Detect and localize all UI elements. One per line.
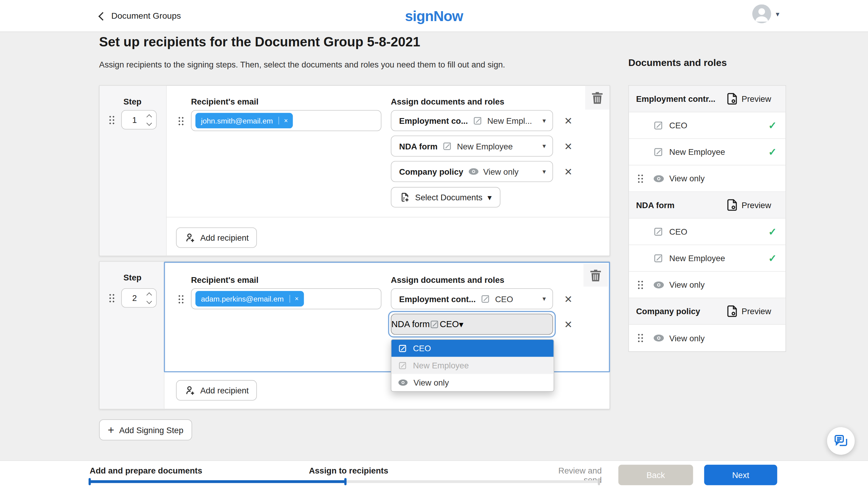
- document-name: Employment co...: [399, 116, 468, 125]
- edit-role-icon: [398, 361, 407, 370]
- view-only-icon: [653, 334, 664, 342]
- add-recipient-label: Add recipient: [200, 233, 248, 242]
- chevron-up-icon: [146, 114, 152, 119]
- plus-icon: +: [108, 424, 114, 436]
- dropdown-option-view-only[interactable]: View only: [391, 374, 554, 391]
- doc-role-select[interactable]: NDA form New Employee ▾: [391, 136, 553, 157]
- avatar[interactable]: [753, 4, 771, 23]
- recipient-email-label: Recipient's email: [191, 97, 259, 106]
- view-only-icon: [468, 168, 479, 176]
- select-documents-button[interactable]: Select Documents ▾: [391, 187, 501, 208]
- edit-role-icon: [398, 344, 407, 353]
- person-add-icon: [184, 232, 195, 243]
- preview-button[interactable]: Preview: [727, 199, 771, 211]
- document-name: NDA form: [391, 319, 430, 329]
- back-to-document-groups[interactable]: Document Groups: [100, 0, 181, 32]
- add-signing-step-button[interactable]: + Add Signing Step: [99, 419, 192, 440]
- doc-role-select[interactable]: Employment cont... CEO ▾: [391, 288, 553, 309]
- assign-docs-label: Assign documents and roles: [391, 97, 504, 106]
- drag-handle-icon[interactable]: [637, 173, 644, 184]
- sidebar-role-label: View only: [669, 334, 705, 343]
- add-recipient-button[interactable]: Add recipient: [176, 227, 257, 248]
- remove-document-button[interactable]: ✕: [564, 320, 573, 330]
- delete-step-button[interactable]: [584, 264, 608, 286]
- footer-progress-bar: Add and prepare documents Assign to reci…: [0, 460, 868, 494]
- chevron-down-icon: ▾: [542, 168, 546, 176]
- page-title: Set up recipients for the Document Group…: [99, 34, 421, 50]
- role-name: CEO: [440, 319, 459, 329]
- signing-step-2: Step 2 Recipient's email adam.perkins@em…: [99, 261, 610, 410]
- preview-button[interactable]: Preview: [727, 305, 771, 317]
- sidebar-doc-header: Employment contr... Preview: [629, 86, 786, 112]
- drag-handle-icon[interactable]: [637, 280, 644, 289]
- drag-handle-icon[interactable]: [178, 294, 184, 304]
- preview-doc-icon: [727, 93, 737, 105]
- drag-handle-icon[interactable]: [637, 333, 644, 343]
- remove-document-button[interactable]: ✕: [564, 116, 573, 126]
- signing-step-1: Step 1 Recipient's email john.smith@emai…: [99, 85, 610, 256]
- dropdown-option-ceo[interactable]: CEO: [391, 340, 554, 357]
- sidebar-role-row: New Employee ✓: [629, 139, 786, 165]
- progress-tick: [598, 478, 600, 485]
- edit-role-icon: [653, 120, 664, 131]
- trash-icon: [592, 92, 603, 103]
- sidebar-doc-name: NDA form: [636, 200, 675, 210]
- recipient-email-input[interactable]: john.smith@email.em ×: [191, 110, 382, 131]
- edit-role-icon: [473, 116, 483, 126]
- person-add-icon: [184, 385, 195, 396]
- role-name: CEO: [495, 294, 513, 303]
- check-icon: ✓: [768, 146, 777, 158]
- recipient-email-input[interactable]: adam.perkins@email.em ×: [191, 288, 382, 309]
- chevron-down-icon: ▾: [542, 117, 546, 125]
- preview-label: Preview: [742, 307, 771, 316]
- stepper-arrows[interactable]: [147, 115, 151, 125]
- drag-handle-icon[interactable]: [109, 115, 115, 125]
- add-signing-step-label: Add Signing Step: [119, 425, 184, 435]
- sidebar-role-row: View only: [629, 165, 786, 192]
- chat-icon: [834, 434, 848, 448]
- stepper-arrows[interactable]: [147, 293, 151, 303]
- preview-doc-icon: [727, 305, 737, 317]
- sidebar-role-label: New Employee: [669, 253, 725, 263]
- next-button[interactable]: Next: [704, 465, 777, 485]
- role-name: New Empl...: [487, 116, 532, 125]
- add-recipient-label: Add recipient: [200, 385, 248, 395]
- drag-handle-icon[interactable]: [109, 293, 115, 303]
- chevron-down-icon: [146, 120, 152, 126]
- view-only-icon: [653, 281, 664, 289]
- page-subtitle: Assign recipients to the signing steps. …: [99, 60, 505, 69]
- progress-tick: [89, 478, 91, 485]
- account-menu[interactable]: ▾: [753, 4, 779, 23]
- email-chip: john.smith@email.em ×: [195, 113, 293, 128]
- delete-step-button[interactable]: [585, 86, 609, 110]
- chevron-down-icon: ▾: [459, 319, 464, 329]
- preview-label: Preview: [742, 200, 771, 210]
- step-1-column: Step 1: [100, 86, 167, 256]
- doc-role-select-open[interactable]: NDA form CEO ▾: [391, 314, 553, 335]
- signnow-logo: signNow: [405, 8, 463, 25]
- edit-role-icon: [653, 226, 664, 237]
- doc-role-select[interactable]: Company policy View only ▾: [391, 161, 553, 182]
- preview-button[interactable]: Preview: [727, 93, 771, 105]
- step-number-stepper[interactable]: 2: [121, 288, 157, 307]
- divider: [166, 217, 609, 217]
- back-button[interactable]: Back: [618, 465, 693, 485]
- remove-document-button[interactable]: ✕: [564, 141, 573, 152]
- sidebar-doc-name: Company policy: [636, 307, 700, 316]
- remove-document-button[interactable]: ✕: [564, 294, 573, 304]
- remove-email-icon[interactable]: ×: [289, 295, 304, 303]
- document-add-icon: [400, 192, 410, 203]
- drag-handle-icon[interactable]: [178, 116, 184, 126]
- step-number-stepper[interactable]: 1: [121, 110, 157, 130]
- remove-email-icon[interactable]: ×: [278, 117, 293, 125]
- sidebar-doc-header: NDA form Preview: [629, 192, 786, 218]
- dropdown-option-label: New Employee: [413, 361, 469, 370]
- help-chat-button[interactable]: [827, 427, 855, 455]
- dropdown-option-new-employee[interactable]: New Employee: [391, 357, 554, 374]
- sidebar-role-row: CEO ✓: [629, 112, 786, 139]
- add-recipient-button[interactable]: Add recipient: [176, 380, 257, 401]
- step-2-column: Step 2: [100, 262, 165, 409]
- sidebar-role-label: View only: [669, 280, 705, 289]
- remove-document-button[interactable]: ✕: [564, 167, 573, 177]
- doc-role-select[interactable]: Employment co... New Empl... ▾: [391, 110, 553, 131]
